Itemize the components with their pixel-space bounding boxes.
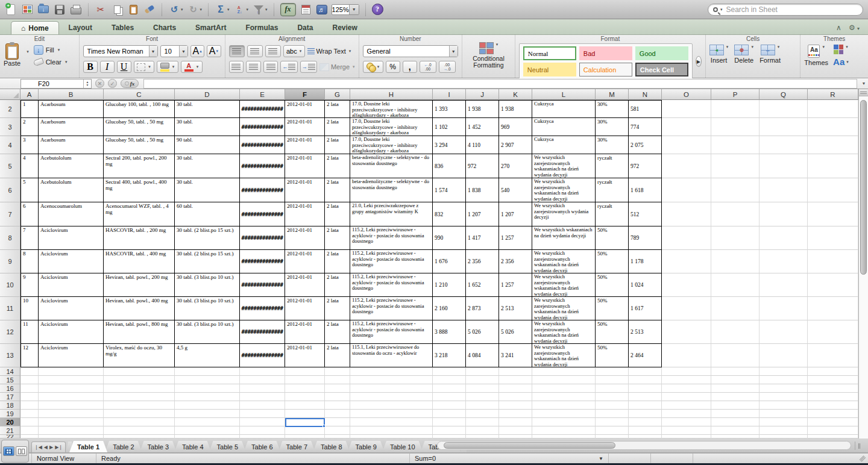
page-layout-view-button[interactable] xyxy=(16,446,27,456)
cell-M19[interactable] xyxy=(596,410,629,418)
open-button[interactable]: ↓ xyxy=(37,4,49,16)
cell-E14[interactable] xyxy=(240,367,285,376)
cell-J6[interactable]: 1 838 xyxy=(466,178,499,202)
tab-home[interactable]: ⌂Home xyxy=(11,21,59,34)
borders-button[interactable]: ▾ xyxy=(134,61,154,73)
orientation-button[interactable]: abc▾ xyxy=(283,45,305,57)
cell-L8[interactable]: We wszystkich wskazaniach na dzień wydan… xyxy=(532,226,596,250)
cell-C14[interactable] xyxy=(104,367,175,376)
cell-D15[interactable] xyxy=(175,376,240,384)
cell-A10[interactable]: 9 xyxy=(20,273,39,297)
cell-Q12[interactable] xyxy=(760,320,808,344)
cell-D6[interactable]: 30 tabl. xyxy=(175,178,240,202)
cell-F17[interactable] xyxy=(285,393,325,401)
new-document-button[interactable]: + xyxy=(5,4,17,16)
search-box[interactable]: ▾ xyxy=(708,4,863,16)
cell-Q18[interactable] xyxy=(760,401,808,410)
cell-J12[interactable]: 5 026 xyxy=(466,320,499,344)
sheet-tab-table-3[interactable]: Table 3 xyxy=(140,441,177,452)
cell-C18[interactable] xyxy=(104,401,175,410)
sort-button[interactable]: AZ↓▾ xyxy=(234,4,249,16)
cell-K12[interactable]: 5 026 xyxy=(499,320,532,344)
column-header-I[interactable]: I xyxy=(433,89,466,100)
cell-H3[interactable]: 17.0, Doustne leki przeciwcukrzycowe - i… xyxy=(350,118,433,136)
cell-J21[interactable] xyxy=(466,426,499,435)
cell-A19[interactable] xyxy=(20,410,39,418)
conditional-formatting-button[interactable]: ▾ ConditionalFormatting xyxy=(466,42,511,69)
theme-fonts-button[interactable]: Aa▾ xyxy=(833,57,849,67)
filter-button[interactable]: =▾ xyxy=(253,4,268,16)
cell-L12[interactable]: We wszystkich zarejestrowanych wskazania… xyxy=(532,320,596,344)
cell-D17[interactable] xyxy=(175,393,240,401)
cell-R8[interactable] xyxy=(808,226,858,250)
cell-M20[interactable] xyxy=(596,418,629,426)
increase-indent-button[interactable]: → xyxy=(300,61,317,73)
cell-O5[interactable] xyxy=(662,154,711,178)
cell-J15[interactable] xyxy=(466,376,499,384)
cell-I20[interactable] xyxy=(433,418,466,426)
next-sheet-button[interactable]: ▶ xyxy=(49,445,53,450)
cell-I17[interactable] xyxy=(433,393,466,401)
cell-C16[interactable] xyxy=(104,384,175,393)
cell-B19[interactable] xyxy=(39,410,104,418)
underline-button[interactable]: U xyxy=(117,61,131,73)
cell-G7[interactable]: 2 lata xyxy=(325,202,350,226)
cell-N20[interactable] xyxy=(629,418,662,426)
cell-L17[interactable] xyxy=(532,393,596,401)
cell-M16[interactable] xyxy=(596,384,629,393)
cell-K13[interactable]: 3 241 xyxy=(499,344,532,367)
cell-I10[interactable]: 1 210 xyxy=(433,273,466,297)
cell-C7[interactable]: Acenocumarol WZF, tabl. , 4 mg xyxy=(104,202,175,226)
cell-A16[interactable] xyxy=(20,384,39,393)
last-sheet-button[interactable]: ▶❘ xyxy=(55,445,63,450)
cell-G14[interactable] xyxy=(325,367,350,376)
column-header-H[interactable]: H xyxy=(350,89,433,100)
cell-L21[interactable] xyxy=(532,426,596,435)
cell-L7[interactable]: We wszystkich zarejestrowanych wydania d… xyxy=(532,202,596,226)
cell-P7[interactable] xyxy=(711,202,760,226)
cell-H16[interactable] xyxy=(350,384,433,393)
cell-L14[interactable] xyxy=(532,367,596,376)
cell-C20[interactable] xyxy=(104,418,175,426)
cell-E6[interactable]: ############## xyxy=(240,178,285,202)
cell-E10[interactable]: ############## xyxy=(240,273,285,297)
horizontal-scrollbar[interactable] xyxy=(437,441,851,450)
insert-cells-button[interactable]: ◂▾Insert xyxy=(709,45,729,64)
cell-O2[interactable] xyxy=(662,100,711,118)
cell-D2[interactable]: 30 tabl. xyxy=(175,100,240,118)
align-middle-button[interactable] xyxy=(247,45,263,57)
cell-B7[interactable]: Acenocoumarolum xyxy=(39,202,104,226)
cell-R5[interactable] xyxy=(808,154,858,178)
cell-K20[interactable] xyxy=(499,418,532,426)
cell-F8[interactable]: 2012-01-01 xyxy=(285,226,325,250)
cell-J9[interactable]: 2 356 xyxy=(466,250,499,273)
search-input[interactable] xyxy=(726,5,858,14)
sheet-tab-table-9[interactable]: Table 9 xyxy=(348,441,385,452)
media-browser-button[interactable]: ♬ xyxy=(316,5,327,14)
cell-P18[interactable] xyxy=(711,401,760,410)
cell-R21[interactable] xyxy=(808,426,858,435)
cell-N3[interactable]: 774 xyxy=(629,118,662,136)
sheet-tab-table-10[interactable]: Table 10 xyxy=(382,441,423,452)
cell-H21[interactable] xyxy=(350,426,433,435)
cell-L18[interactable] xyxy=(532,401,596,410)
cell-Q7[interactable] xyxy=(760,202,808,226)
horizontal-scrollbar-thumb[interactable] xyxy=(444,442,615,449)
increase-decimal-button[interactable]: ←.0.00 xyxy=(420,61,436,73)
cell-I13[interactable]: 3 218 xyxy=(433,344,466,367)
cell-P21[interactable] xyxy=(711,426,760,435)
row-header-15[interactable]: 15 xyxy=(0,376,20,384)
sum-indicator[interactable]: Sum=0▼ xyxy=(410,454,609,463)
cell-G12[interactable]: 2 lata xyxy=(325,320,350,344)
cell-R14[interactable] xyxy=(808,367,858,376)
cell-D10[interactable]: 30 tabl. (3 blist.po 10 szt.) xyxy=(175,273,240,297)
cell-A2[interactable]: 1 xyxy=(20,100,39,118)
align-bottom-button[interactable] xyxy=(265,45,281,57)
cell-I14[interactable] xyxy=(433,367,466,376)
cell-I2[interactable]: 1 393 xyxy=(433,100,466,118)
cell-B17[interactable] xyxy=(39,393,104,401)
first-sheet-button[interactable]: ❘◀ xyxy=(34,445,42,450)
cell-N11[interactable]: 1 617 xyxy=(629,297,662,320)
row-header-6[interactable]: 6 xyxy=(0,178,20,202)
row-header-10[interactable]: 10 xyxy=(0,273,20,297)
